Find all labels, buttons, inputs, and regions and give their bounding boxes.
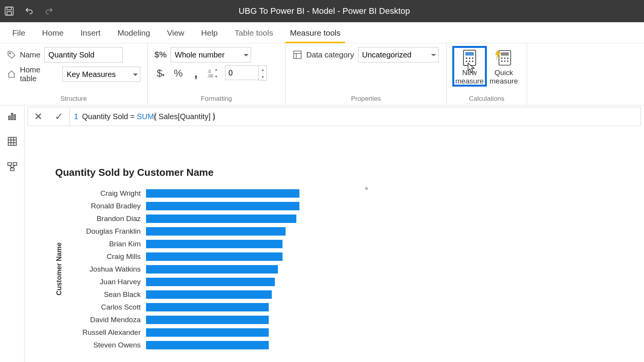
tab-view[interactable]: View [159,24,193,43]
bar-fill[interactable] [146,227,286,236]
svg-rect-35 [10,168,14,171]
decimals-input[interactable] [225,66,259,80]
home-table-label: Home table [20,66,59,83]
svg-point-23 [504,61,506,62]
bar-row: Joshua Watkins [66,263,350,275]
data-view-button[interactable] [5,134,19,148]
bar-category-label: Ronald Bradley [66,202,146,210]
svg-rect-6 [294,51,301,59]
model-view-button[interactable] [5,160,19,174]
bar-fill[interactable] [146,290,272,299]
bar-row: Douglas Franklin [66,225,350,238]
svg-point-16 [472,61,473,62]
bar-fill[interactable] [146,240,283,248]
name-label: Name [20,51,40,59]
bar-category-label: Craig Mills [66,252,146,261]
bar-fill[interactable] [146,189,299,198]
svg-rect-27 [14,115,15,120]
ribbon: Name Home table Key Measures Structure $… [0,43,644,105]
tag-icon [7,50,16,59]
svg-rect-18 [501,52,509,56]
svg-rect-33 [8,163,11,165]
formatting-group-label: Formatting [154,93,278,105]
tab-help[interactable]: Help [193,24,226,43]
quick-measure-button[interactable]: Quick measure [488,47,520,85]
bar-row: Steven Owens [66,339,350,351]
format-type-select[interactable]: Whole number [171,47,251,62]
bar-row: Russell Alexander [66,326,350,339]
tab-modeling[interactable]: Modeling [109,24,158,43]
bar-fill[interactable] [146,341,269,349]
percent-button[interactable]: % [172,67,184,79]
bar-fill[interactable] [146,278,275,286]
formula-bar: ✕ ✓ 1 Quantity Sold = SUM( Sales[Quantit… [28,107,641,126]
svg-point-11 [466,57,467,59]
bar-fill[interactable] [146,328,269,337]
bar-row: Craig Wright [66,187,350,200]
bar-category-label: Russell Alexander [66,328,146,337]
tab-table-tools[interactable]: Table tools [226,24,281,43]
tab-measure-tools[interactable]: Measure tools [281,24,349,43]
currency-button[interactable]: $▾ [154,67,167,79]
quick-calculator-icon [495,49,512,66]
redo-icon[interactable] [44,7,54,16]
home-table-select[interactable]: Key Measures [62,67,140,82]
bar-fill[interactable] [146,265,278,274]
y-axis-title: Customer Name [55,242,63,295]
properties-group-label: Properties [292,93,439,105]
svg-rect-0 [5,7,13,15]
bar-row: Juan Harvey [66,275,350,288]
chart-scrollbar-thumb[interactable] [365,187,368,190]
formula-text[interactable]: Quantity Sold = SUM( Sales[Quantity] ) [82,112,215,121]
svg-rect-25 [8,116,10,120]
bar-fill[interactable] [146,316,269,324]
formula-line-number: 1 [70,112,82,121]
svg-point-14 [466,61,467,62]
bar-fill[interactable] [146,215,296,223]
bar-category-label: Douglas Franklin [66,227,146,236]
tab-home[interactable]: Home [34,24,72,43]
svg-rect-2 [7,11,12,15]
svg-point-12 [469,57,470,59]
svg-rect-34 [13,163,16,165]
undo-icon[interactable] [24,7,34,16]
svg-line-37 [12,165,15,168]
tab-insert[interactable]: Insert [72,24,109,43]
thousands-separator-button[interactable]: , [190,66,202,80]
bar-category-label: David Mendoza [66,316,146,324]
quick-measure-label: Quick measure [488,69,520,85]
measure-name-input[interactable] [44,47,123,62]
svg-point-22 [501,61,503,62]
bar-chart-visual[interactable]: Quantity Sold by Customer Name Customer … [55,167,350,351]
decimals-spinner[interactable]: ▴▾ [225,66,267,81]
bar-category-label: Joshua Watkins [66,265,146,274]
tab-file[interactable]: File [4,24,34,43]
spinner-down-icon[interactable]: ▾ [259,73,266,80]
new-measure-button[interactable]: New measure [453,47,486,85]
decimal-format-icon[interactable]: .0.00 [207,68,220,78]
svg-rect-28 [8,138,16,146]
spinner-up-icon[interactable]: ▴ [259,66,266,73]
bar-fill[interactable] [146,303,269,311]
report-view-button[interactable] [5,109,19,123]
save-icon[interactable] [4,6,15,16]
bar-fill[interactable] [146,252,283,261]
title-bar: UBG To Power BI - Model - Power BI Deskt… [0,0,644,22]
svg-text:.00: .00 [207,74,213,78]
bar-row: Ronald Bradley [66,200,350,212]
commit-formula-button[interactable]: ✓ [49,107,69,126]
svg-point-13 [472,57,473,59]
cancel-formula-button[interactable]: ✕ [28,107,49,126]
bar-row: Craig Mills [66,250,350,263]
svg-point-19 [501,57,503,59]
svg-point-15 [469,61,470,62]
svg-point-21 [507,57,509,59]
format-type-icon: $% [154,50,167,60]
chart-title: Quantity Sold by Customer Name [55,167,350,179]
bar-category-label: Craig Wright [66,189,146,198]
structure-group-label: Structure [7,93,140,105]
data-category-select[interactable]: Uncategorized [358,47,439,62]
bar-fill[interactable] [146,202,299,210]
report-canvas[interactable]: ✕ ✓ 1 Quantity Sold = SUM( Sales[Quantit… [25,105,644,362]
view-rail [0,105,25,362]
